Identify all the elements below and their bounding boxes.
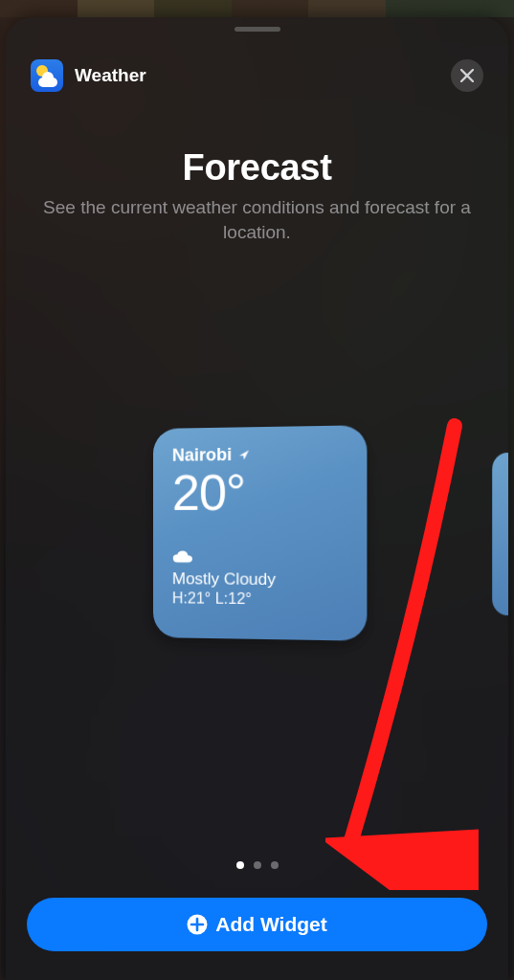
next-widget-peek[interactable] [492,452,508,615]
app-name-label: Weather [75,65,146,86]
widget-temperature: 20° [171,466,346,518]
add-widget-button-label: Add Widget [215,913,326,936]
sheet-subtitle: See the current weather conditions and f… [29,195,485,244]
widget-high-low-label: H:21° L:12° [171,590,346,609]
weather-widget-small-preview: Nairobi 20° Mostly Cloudy H:21° L:12° [153,425,367,641]
page-dot-1 [236,861,244,869]
page-indicator[interactable] [6,861,508,869]
home-screen-peek [0,0,514,17]
cloud-icon [171,550,346,568]
weather-app-icon [31,59,63,92]
app-header-row: Weather [31,59,483,92]
sheet-title: Forecast [6,147,508,189]
close-icon [460,69,474,82]
close-button[interactable] [451,59,483,92]
page-dot-2 [254,861,261,869]
widget-config-sheet: Weather Forecast See the current weather… [6,17,508,980]
location-arrow-icon [237,449,250,461]
widget-location-label: Nairobi [171,445,231,466]
plus-circle-icon [187,914,208,935]
sheet-grabber[interactable] [235,27,280,32]
add-widget-button[interactable]: Add Widget [27,898,487,951]
widget-condition-label: Mostly Cloudy [171,569,346,590]
widget-location-row: Nairobi [171,443,346,466]
page-dot-3 [271,861,279,869]
widget-preview-carousel[interactable]: Nairobi 20° Mostly Cloudy H:21° L:12° [6,429,508,637]
